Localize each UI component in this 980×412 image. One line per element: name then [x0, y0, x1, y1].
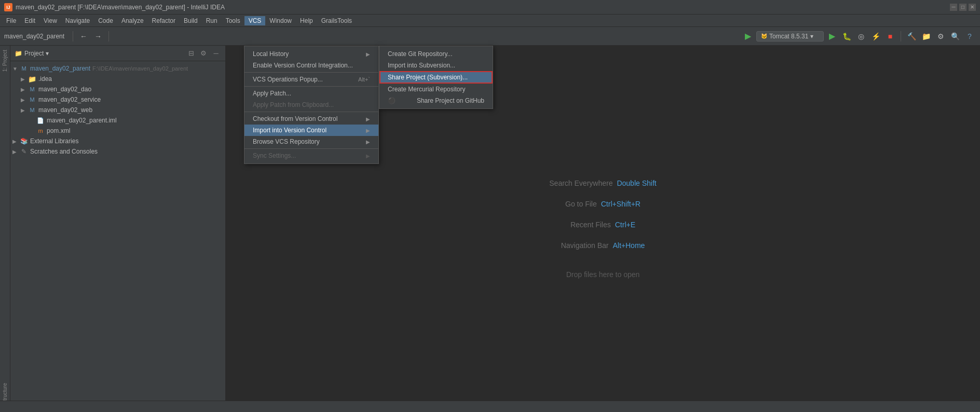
vcs-menu-local-history[interactable]: Local History ▶: [244, 48, 378, 60]
checkout-arrow-icon: ▶: [366, 116, 370, 122]
import-share-svn[interactable]: Share Project (Subversion)...: [379, 71, 493, 84]
extlibs-label: External Libraries: [30, 138, 78, 145]
operations-popup-label: VCS Operations Popup...: [253, 76, 323, 83]
tree-scratches[interactable]: ▶ ✎ Scratches and Consoles: [10, 146, 225, 157]
left-strip: 1: Project 2: Structure: [0, 46, 10, 412]
menu-grailstools[interactable]: GrailsTools: [317, 16, 356, 25]
dao-module-icon: M: [28, 85, 36, 93]
project-label: Project ▾: [24, 50, 49, 57]
minimize-button[interactable]: ─: [950, 4, 957, 11]
maximize-button[interactable]: □: [959, 4, 967, 11]
run-button[interactable]: ▶: [742, 30, 754, 43]
root-label: maven_day02_parent: [30, 65, 90, 72]
import-arrow-icon: ▶: [366, 128, 370, 133]
vcs-menu-operations-popup[interactable]: VCS Operations Popup... Alt+`: [244, 74, 378, 85]
toolbar-separator-1: [73, 31, 73, 42]
forward-button[interactable]: →: [92, 30, 104, 43]
menu-help[interactable]: Help: [296, 16, 317, 25]
tree-pom-file[interactable]: m pom.xml: [10, 126, 225, 136]
settings-button[interactable]: ⚙: [934, 30, 947, 43]
menu-edit[interactable]: Edit: [20, 16, 39, 25]
vcs-menu-import[interactable]: Import into Version Control ▶: [244, 125, 378, 136]
extlibs-arrow-icon: ▶: [12, 139, 20, 144]
tomcat-label: Tomcat 8.5.31: [769, 33, 808, 40]
vcs-menu-browse-repo[interactable]: Browse VCS Repository ▶: [244, 136, 378, 147]
idea-folder-icon: 📁: [28, 75, 36, 83]
menu-refactor[interactable]: Refactor: [148, 16, 180, 25]
menu-vcs[interactable]: VCS: [244, 16, 266, 25]
vcs-menu-enable-vci[interactable]: Enable Version Control Integration...: [244, 60, 378, 71]
navigation-bar-shortcut: Alt+Home: [612, 241, 645, 250]
drop-hint-label: Drop files here to open: [566, 270, 640, 279]
vcs-menu-apply-patch-clipboard: Apply Patch from Clipboard...: [244, 99, 378, 111]
toolbar-right: ▶ 🐱 Tomcat 8.5.31 ▾ ▶ 🐛 ◎ ⚡ ■ 🔨 📁 ⚙ 🔍 ?: [742, 30, 976, 43]
settings-tool-button[interactable]: ⚙: [198, 48, 209, 59]
vcs-separator-2: [244, 86, 378, 87]
pom-xml-icon: m: [36, 127, 45, 135]
collapse-all-button[interactable]: ⊟: [186, 48, 196, 59]
local-history-label: Local History: [253, 50, 289, 58]
vcs-menu-checkout[interactable]: Checkout from Version Control ▶: [244, 113, 378, 125]
menu-window[interactable]: Window: [265, 16, 296, 25]
vcs-separator-3: [244, 112, 378, 112]
recent-files-shortcut: Ctrl+E: [615, 221, 635, 229]
menu-code[interactable]: Code: [94, 16, 117, 25]
import-mercurial[interactable]: Create Mercurial Repository: [379, 84, 493, 95]
tree-idea-folder[interactable]: ▶ 📁 .idea: [10, 74, 225, 84]
vcs-menu-apply-patch[interactable]: Apply Patch...: [244, 88, 378, 99]
project-header: 📁 Project ▾ ⊟ ⚙ ─: [10, 46, 225, 61]
project-tab-label[interactable]: 1: Project: [1, 48, 9, 74]
import-create-git[interactable]: Create Git Repository...: [379, 48, 493, 60]
tomcat-arrow-icon: ▾: [810, 33, 813, 40]
import-github[interactable]: ⚫ Share Project on GitHub: [379, 95, 493, 106]
menu-file[interactable]: File: [2, 16, 20, 25]
menu-tools[interactable]: Tools: [222, 16, 244, 25]
tree-web-module[interactable]: ▶ M maven_day02_web: [10, 105, 225, 115]
web-arrow-icon: ▶: [21, 107, 28, 113]
open-button[interactable]: 📁: [920, 30, 932, 43]
service-module-icon: M: [28, 95, 36, 104]
goto-file-hint: Go to File Ctrl+Shift+R: [565, 200, 641, 208]
search-everywhere-button[interactable]: 🔍: [949, 30, 961, 43]
stop-button[interactable]: ■: [884, 30, 896, 43]
extlibs-icon: 📚: [20, 137, 28, 145]
import-svn-label: Import into Subversion...: [388, 62, 455, 69]
sync-settings-arrow-icon: ▶: [366, 153, 370, 159]
project-tools: ⊟ ⚙ ─: [186, 48, 221, 59]
menu-navigate[interactable]: Navigate: [61, 16, 94, 25]
build-button[interactable]: 🔨: [905, 30, 918, 43]
sync-settings-label: Sync Settings...: [253, 152, 296, 159]
help-button[interactable]: ?: [963, 30, 976, 43]
scratches-label: Scratches and Consoles: [30, 148, 98, 155]
import-svn[interactable]: Import into Subversion...: [379, 60, 493, 71]
dao-label: maven_day02_dao: [38, 86, 91, 93]
menu-analyze[interactable]: Analyze: [117, 16, 148, 25]
tree-external-libs[interactable]: ▶ 📚 External Libraries: [10, 136, 225, 146]
coverage-button[interactable]: ◎: [855, 30, 867, 43]
operations-popup-shortcut: Alt+`: [358, 76, 370, 83]
tree-service-module[interactable]: ▶ M maven_day02_service: [10, 94, 225, 105]
navigation-bar-label: Navigation Bar: [561, 241, 609, 250]
menu-build[interactable]: Build: [180, 16, 202, 25]
navigation-bar-hint: Navigation Bar Alt+Home: [561, 241, 645, 250]
back-button[interactable]: ←: [77, 30, 90, 43]
tree-dao-module[interactable]: ▶ M maven_day02_dao: [10, 84, 225, 94]
menu-view[interactable]: View: [39, 16, 61, 25]
menu-run[interactable]: Run: [202, 16, 222, 25]
idea-label: .idea: [38, 75, 52, 83]
close-button[interactable]: ✕: [969, 4, 976, 11]
project-name-label: maven_day02_parent: [4, 33, 64, 40]
folder-icon: 📁: [15, 50, 22, 57]
vcs-separator-4: [244, 148, 378, 149]
profile-button[interactable]: ⚡: [869, 30, 882, 43]
goto-file-shortcut: Ctrl+Shift+R: [601, 200, 641, 208]
menubar: File Edit View Navigate Code Analyze Ref…: [0, 15, 980, 27]
debug-button[interactable]: 🐛: [840, 30, 853, 43]
tree-iml-file[interactable]: 📄 maven_day02_parent.iml: [10, 115, 225, 126]
tree-root[interactable]: ▼ M maven_day02_parent F:\IDEA\maven\mav…: [10, 63, 225, 74]
minimize-panel-button[interactable]: ─: [211, 48, 221, 59]
root-arrow-icon: ▼: [12, 66, 20, 72]
run-config-button[interactable]: ▶: [826, 30, 838, 43]
tomcat-selector[interactable]: 🐱 Tomcat 8.5.31 ▾: [756, 31, 824, 42]
drop-hint-container: Drop files here to open: [566, 270, 640, 279]
